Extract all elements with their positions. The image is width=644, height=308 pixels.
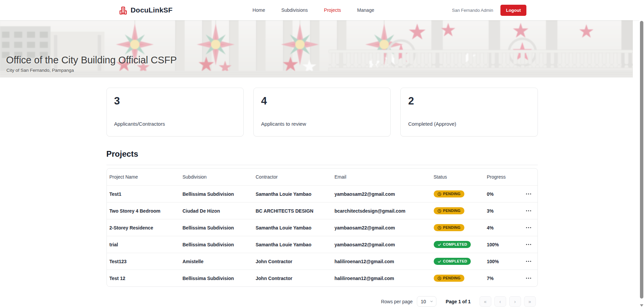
stat-value: 4 (261, 95, 383, 107)
contractor-cell: Samantha Louie Yambao (253, 242, 332, 247)
subdivision-cell: Bellissima Subdivision (180, 242, 253, 247)
progress-cell: 0% (484, 191, 522, 197)
progress-cell: 4% (484, 225, 522, 230)
progress-cell: 100% (484, 259, 522, 264)
nav-item-subdivisions[interactable]: Subdivisions (281, 7, 308, 13)
subdivision-cell: Ciudad De Hizon (180, 208, 253, 214)
row-actions-button[interactable] (525, 242, 533, 247)
contractor-cell: Samantha Louie Yambao (253, 191, 332, 197)
subdivision-cell: Amistelle (180, 259, 253, 264)
ellipsis-icon (526, 210, 531, 212)
section-divider (106, 165, 538, 165)
prev-page-button[interactable]: ‹ (494, 296, 506, 307)
ellipsis-icon (526, 227, 531, 228)
column-header-email: Email (332, 174, 431, 180)
status-text: PENDING (443, 276, 461, 280)
subdivision-cell: Bellissima Subdivision (180, 276, 253, 281)
last-page-button[interactable]: » (524, 296, 536, 307)
nav-item-manage[interactable]: Manage (357, 7, 374, 13)
email-cell: bcarchitectsdesign@gmail.com (332, 208, 431, 214)
status-badge: PENDING (434, 275, 464, 282)
next-page-button[interactable]: › (509, 296, 521, 307)
column-header-contractor: Contractor (253, 174, 332, 180)
project-name-cell: Test 12 (107, 276, 180, 281)
email-cell: haliliroenan12@gmail.com (332, 259, 431, 264)
subdivision-cell: Bellissima Subdivision (180, 225, 253, 230)
contractor-cell: John Contractor (253, 259, 332, 264)
status-text: COMPLETED (443, 243, 467, 246)
progress-cell: 7% (484, 276, 522, 281)
row-actions-button[interactable] (525, 208, 533, 214)
page-status: Page 1 of 1 (446, 299, 471, 304)
stat-label: Completed (Approve) (408, 121, 530, 129)
status-badge: COMPLETED (434, 258, 471, 265)
row-actions-button[interactable] (525, 276, 533, 281)
page-subtitle: City of San Fernando, Pampanga (6, 68, 177, 73)
email-cell: yambaosam22@gmail.com (332, 242, 431, 247)
nav-item-home[interactable]: Home (252, 7, 265, 13)
stats-row: 3 Applicants/Contractors 4 Applicants to… (106, 88, 538, 136)
first-page-button[interactable]: « (480, 296, 491, 307)
table-footer: Rows per page 10 Page 1 of 1 « ‹ › » (106, 296, 538, 307)
stat-card-to-review: 4 Applicants to review (253, 88, 391, 136)
rows-per-page-label: Rows per page (381, 299, 412, 304)
clock-icon (437, 226, 441, 230)
table-row: Two Storey 4 Bedroom Ciudad De Hizon BC … (107, 202, 538, 219)
ellipsis-icon (526, 278, 531, 279)
table-header-row: Project Name Subdivision Contractor Emai… (107, 168, 538, 185)
building-icon (119, 6, 128, 15)
main-nav: Home Subdivisions Projects Manage (252, 7, 374, 13)
status-text: PENDING (443, 192, 461, 196)
projects-table: Project Name Subdivision Contractor Emai… (106, 168, 538, 287)
email-cell: yambaosam22@gmail.com (332, 225, 431, 230)
projects-section-heading: Projects (106, 149, 538, 159)
project-name-cell: 2-Storey Residence (107, 225, 180, 230)
stat-value: 2 (408, 95, 530, 107)
project-name-cell: trial (107, 242, 180, 247)
brand-logo[interactable]: DocuLinkSF (119, 6, 173, 15)
project-name-cell: Two Storey 4 Bedroom (107, 208, 180, 214)
chevron-down-icon (430, 300, 433, 303)
rows-per-page-select[interactable]: 10 (417, 296, 436, 307)
progress-cell: 3% (484, 208, 522, 214)
stat-label: Applicants to review (261, 121, 383, 129)
table-row: Test 12 Bellissima Subdivision John Cont… (107, 270, 538, 286)
column-header-progress: Progress (484, 174, 522, 180)
status-text: PENDING (443, 209, 461, 213)
table-row: 2-Storey Residence Bellissima Subdivisio… (107, 219, 538, 236)
scrollbar-track[interactable] (639, 0, 644, 308)
row-actions-button[interactable] (525, 259, 533, 264)
stat-label: Applicants/Contractors (114, 121, 236, 129)
status-text: PENDING (443, 226, 461, 229)
ellipsis-icon (526, 261, 531, 262)
row-actions-button[interactable] (525, 191, 533, 197)
main-content: 3 Applicants/Contractors 4 Applicants to… (106, 88, 538, 307)
subdivision-cell: Bellissima Subdivision (180, 191, 253, 197)
logout-button[interactable]: Logout (500, 5, 526, 16)
contractor-cell: BC ARCHITECTS DESIGN (253, 208, 332, 214)
column-header-subdivision: Subdivision (180, 174, 253, 180)
contractor-cell: John Contractor (253, 276, 332, 281)
clock-icon (437, 276, 441, 280)
check-icon (437, 243, 441, 247)
status-badge: PENDING (434, 207, 464, 214)
column-header-project-name: Project Name (107, 174, 180, 180)
row-actions-button[interactable] (525, 225, 533, 230)
scroll-down-arrow-icon[interactable] (640, 304, 643, 307)
email-cell: yambaosam22@gmail.com (332, 191, 431, 197)
ellipsis-icon (526, 193, 531, 195)
clock-icon (437, 192, 441, 196)
table-row: trial Bellissima Subdivision Samantha Lo… (107, 236, 538, 253)
email-cell: haliliroenan12@gmail.com (332, 276, 431, 281)
status-badge: COMPLETED (434, 241, 471, 248)
table-row: Test123 Amistelle John Contractor halili… (107, 253, 538, 270)
pagination-controls: « ‹ › » (480, 296, 536, 307)
nav-item-projects[interactable]: Projects (324, 7, 341, 13)
progress-cell: 100% (484, 242, 522, 247)
check-icon (437, 259, 441, 264)
page: DocuLinkSF Home Subdivisions Projects Ma… (0, 0, 644, 308)
status-text: COMPLETED (443, 259, 467, 263)
status-badge: PENDING (434, 190, 464, 197)
project-name-cell: Test1 (107, 191, 180, 197)
scrollbar-thumb[interactable] (640, 21, 643, 299)
